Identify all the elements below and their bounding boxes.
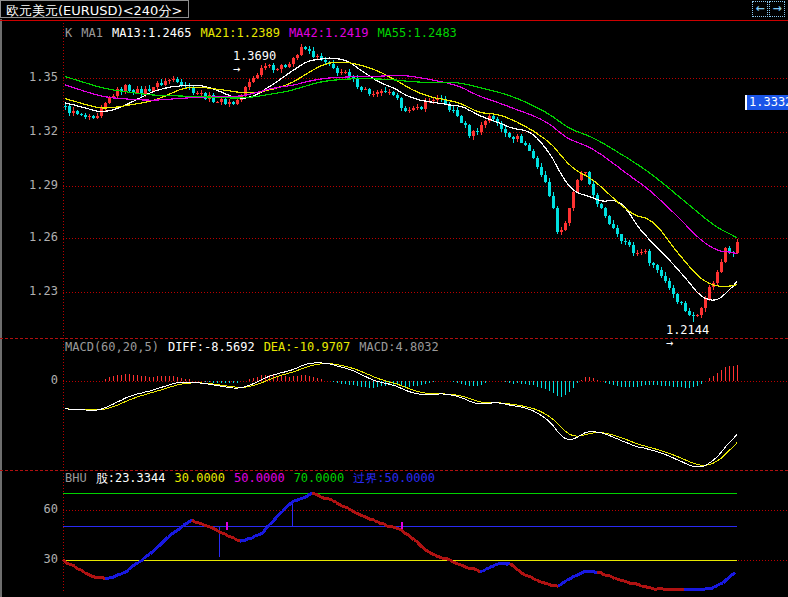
ma-template-label: MA1 [81, 27, 103, 40]
chart-window: 欧元美元(EURUSD)<240分> ← → K MA1 MA13:1.2465… [0, 0, 788, 597]
right-arrow-icon: → [233, 62, 240, 76]
main-y-tick-label: 1.35 [18, 71, 58, 84]
main-y-tick-label: 1.26 [18, 231, 58, 244]
osc-level70-label: 70.0000 [294, 472, 345, 485]
osc-cross-label: 过界:50.0000 [353, 472, 435, 485]
high-price-label: 1.3690 [233, 49, 276, 63]
ma42-value: MA42:1.2419 [289, 27, 368, 40]
macd-legend: MACD(60,20,5) DIFF:-8.5692 DEA:-10.9707 … [65, 341, 439, 354]
high-annotation: 1.3690 → [204, 37, 276, 89]
indicator-name-label: K [65, 27, 72, 40]
chart-canvas[interactable] [0, 0, 788, 597]
ma13-value: MA13:1.2465 [112, 27, 191, 40]
ma55-value: MA55:1.2483 [377, 27, 456, 40]
arrow-left-icon: ← [755, 2, 764, 15]
main-y-tick-label: 1.32 [18, 125, 58, 138]
osc-level30-label: 30.0000 [174, 472, 225, 485]
osc-value: 股:23.3344 [96, 472, 166, 485]
main-y-tick-label: 1.23 [18, 285, 58, 298]
scroll-left-button[interactable]: ← [752, 1, 768, 17]
osc-y-tick-label: 60 [18, 503, 58, 516]
low-price-label: 1.2144 [666, 323, 709, 337]
osc-y-tick-label: 30 [18, 553, 58, 566]
oscillator-legend: BHU 股:23.3344 30.0000 50.0000 70.0000 过界… [65, 472, 435, 485]
price-marker-badge: 1.3332 [745, 95, 788, 110]
arrow-right-icon: → [772, 2, 781, 15]
macd-zero-tick-label: 0 [18, 374, 58, 387]
window-title: 欧元美元(EURUSD)<240分> [0, 0, 189, 18]
title-bar: 欧元美元(EURUSD)<240分> ← → [0, 0, 788, 19]
scroll-right-button[interactable]: → [769, 1, 785, 17]
osc-name-label: BHU [65, 472, 87, 485]
macd-dea-value: DEA:-10.9707 [264, 341, 351, 354]
main-y-tick-label: 1.29 [18, 179, 58, 192]
macd-hist-value: MACD:4.8032 [359, 341, 438, 354]
osc-level50-label: 50.0000 [234, 472, 285, 485]
low-annotation: 1.2144 → [637, 311, 709, 363]
right-arrow-icon: → [666, 336, 673, 350]
macd-name-label: MACD(60,20,5) [65, 341, 159, 354]
macd-diff-value: DIFF:-8.5692 [168, 341, 255, 354]
